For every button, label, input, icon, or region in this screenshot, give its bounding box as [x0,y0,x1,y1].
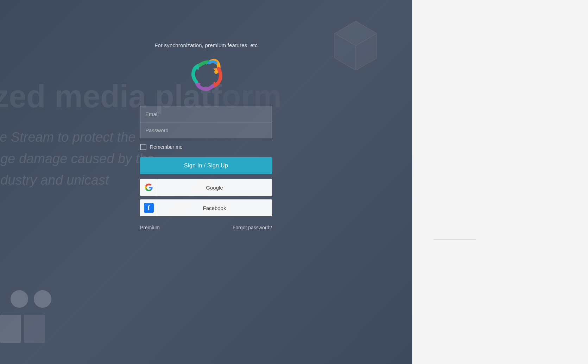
footer-links: Premium Forgot password? [140,225,272,230]
sidebar-divider-line [434,239,476,240]
bg-subtext: ce Stream to protect the uge damage caus… [0,127,154,191]
signin-button[interactable]: Sign In / Sign Up [140,157,272,174]
google-signin-button[interactable]: Google [140,179,272,196]
circle-icon-group [11,290,51,308]
app-logo [185,55,227,97]
facebook-signin-button[interactable]: f Facebook [140,199,272,216]
google-icon [140,179,157,196]
circle-icon-1 [11,290,28,308]
subtitle-text: For synchronization, premium features, e… [154,42,258,48]
facebook-label: Facebook [157,205,272,211]
premium-link[interactable]: Premium [140,225,160,230]
password-field[interactable] [140,122,272,138]
fields-wrapper [140,106,272,138]
google-label: Google [157,185,272,191]
email-field[interactable] [140,106,272,122]
right-sidebar [412,0,588,364]
facebook-icon: f [140,199,157,216]
main-background: zed media platform ce Stream to protect … [0,0,412,364]
remember-label[interactable]: Remember me [150,144,183,150]
facebook-f-icon: f [144,203,154,213]
circle-icon-2 [34,290,51,308]
forgot-password-link[interactable]: Forgot password? [233,225,272,230]
box-decoration [328,14,384,70]
remember-row: Remember me [140,144,272,150]
thumb-2 [24,315,45,343]
thumbnail-strip [0,315,45,343]
remember-checkbox[interactable] [140,144,146,150]
thumb-1 [0,315,21,343]
login-panel: For synchronization, premium features, e… [139,42,273,230]
